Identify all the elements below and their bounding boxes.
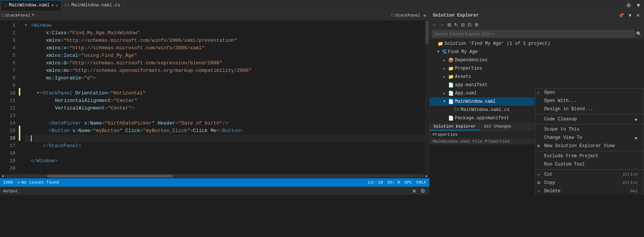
line-num-16: 16: [0, 135, 15, 142]
breadcrumb-dropdown-icon[interactable]: ▼: [32, 13, 34, 17]
mainwindow-cs-icon: C#: [454, 107, 459, 112]
status-bar: 150% ● No issues found Ln: 16 Ch: 9 SPC …: [0, 178, 429, 187]
se-dropdown-button[interactable]: ▼: [627, 12, 633, 19]
tree-item-solution[interactable]: 📁 Solution 'Find My Age' (1 of 1 project…: [430, 40, 644, 48]
cm-open-with-label: Open With...: [544, 98, 577, 103]
status-char: Ch: 9: [388, 180, 400, 185]
se-header: Solution Explorer 📌 ▼ ✕: [430, 11, 644, 21]
cm-divider-3: [535, 151, 644, 151]
breadcrumb-icon: □: [2, 13, 4, 18]
tab-modified-dot: ●: [52, 3, 54, 8]
code-line-15: <Button x:Name="myButton" Click="myButto…: [25, 127, 425, 135]
tree-item-assets[interactable]: ▶ 📁 Assets: [430, 73, 644, 81]
line-numbers: 1 2 3 4 5 6 7 8 9 10 11 12 13 14 15 16 1: [0, 20, 19, 174]
code-line-20: [25, 165, 425, 172]
props-label: Properties: [455, 66, 482, 71]
breadcrumb-add-button[interactable]: +: [422, 12, 428, 18]
output-float-button[interactable]: ⧉: [420, 187, 426, 195]
line-num-10: 10: [0, 90, 15, 97]
se-tab-git-changes[interactable]: Git Changes: [480, 123, 515, 131]
cm-divider-2: [535, 124, 644, 125]
cm-open-label: Open: [544, 90, 555, 95]
scroll-thumb[interactable]: [426, 21, 429, 44]
output-close-button[interactable]: ✕: [411, 187, 418, 195]
se-search: 🔍: [430, 29, 644, 39]
horizontal-scrollbar[interactable]: ◀ ▶: [0, 174, 429, 178]
cm-copy-label: Copy: [544, 180, 555, 185]
scroll-right-arrow[interactable]: ▶: [426, 174, 428, 178]
cm-cut[interactable]: ✂ Cut Ctrl+X: [535, 170, 644, 179]
code-line-17: </StackPanel>: [25, 142, 425, 150]
cm-code-cleanup-arrow: ▶: [635, 117, 638, 122]
tree-item-project[interactable]: ▼ 🏗 Find My Age: [430, 48, 644, 56]
se-forward-button[interactable]: →: [439, 21, 446, 28]
code-line-7: xmlns:mc="http://schemas.openxmlformats.…: [25, 67, 425, 74]
tab-label: MainWindow.xaml: [9, 3, 50, 8]
breadcrumb-stackpanel-left[interactable]: StackPanel: [6, 13, 31, 18]
se-pin-button[interactable]: 📌: [617, 12, 625, 19]
output-label: Output: [3, 189, 18, 193]
cm-design-blend[interactable]: Design in Blend...: [535, 105, 644, 113]
se-show-all-button[interactable]: ⊟: [460, 21, 466, 28]
tab-overflow-button[interactable]: ▼: [634, 2, 642, 9]
se-close-button[interactable]: ✕: [635, 12, 641, 19]
line-num-4: 4: [0, 44, 15, 52]
line-num-13: 13: [0, 112, 15, 120]
cm-new-se-view-label: New Solution Explorer View: [544, 143, 615, 149]
tab-mainwindow-xaml[interactable]: □ MainWindow.xaml ● ✕: [2, 0, 61, 11]
main-window: □ MainWindow.xaml ● ✕ C# MainWindow.xaml…: [0, 0, 644, 195]
code-line-5: xmlns:local="using:Find_My_Age": [25, 52, 425, 59]
vertical-scrollbar[interactable]: [425, 20, 429, 174]
line-num-20: 20: [0, 165, 15, 172]
cm-code-cleanup[interactable]: Code Cleanup ▶: [535, 115, 644, 123]
project-icon: 🏗: [442, 49, 447, 55]
cm-new-se-view[interactable]: ⊞ New Solution Explorer View: [535, 142, 644, 150]
se-preview-button[interactable]: ⊡: [467, 21, 473, 28]
cm-copy[interactable]: ⧉ Copy Ctrl+C: [535, 179, 644, 187]
scroll-left-arrow[interactable]: ◀: [2, 174, 4, 178]
cm-scope-to-this-label: Scope to This: [544, 127, 580, 132]
cm-change-view-to[interactable]: Change View To ▶: [535, 134, 644, 142]
breadcrumb-stackpanel-right[interactable]: StackPanel: [395, 13, 420, 18]
appxaml-label: App.xaml: [455, 91, 477, 96]
code-line-4: xmlns:x="http://schemas.microsoft.com/wi…: [25, 44, 425, 52]
code-line-14: <DatePicker x:Name="birthDatePicker" Hea…: [25, 120, 425, 127]
cm-exclude-project-label: Exclude From Project: [544, 153, 598, 159]
solution-label: Solution 'Find My Age' (1 of 1 project): [444, 41, 550, 46]
tab-settings-button[interactable]: ⚙: [625, 2, 633, 9]
collapse-btn-1[interactable]: ▼: [25, 22, 31, 29]
se-properties-button[interactable]: ⊞: [446, 21, 452, 28]
code-editor[interactable]: 1 2 3 4 5 6 7 8 9 10 11 12 13 14 15 16 1: [0, 20, 429, 174]
cm-open-with[interactable]: Open With...: [535, 97, 644, 105]
code-content[interactable]: ▼ <Window x:Class="Find_My_Age.MainWindo…: [20, 20, 425, 174]
code-line-2: x:Class="Find_My_Age.MainWindow": [25, 29, 425, 37]
cm-open[interactable]: ▷ Open: [535, 88, 644, 97]
output-bar: Output ✕ ⧉: [0, 187, 429, 195]
se-tab-solution-explorer[interactable]: Solution Explorer: [430, 123, 479, 131]
h-scroll-track[interactable]: [5, 175, 424, 178]
se-search-input[interactable]: [432, 30, 635, 37]
collapse-btn-10[interactable]: ▼: [37, 90, 40, 97]
tree-item-dependencies[interactable]: ▶ 📦 Dependencies: [430, 56, 644, 64]
status-zoom[interactable]: 150%: [3, 180, 13, 185]
line-num-18: 18: [0, 150, 15, 157]
cm-run-custom-tool[interactable]: Run Custom Tool: [535, 160, 644, 169]
se-back-button[interactable]: ←: [431, 21, 438, 28]
props-icon: 📁: [448, 66, 454, 71]
cm-cut-shortcut: Ctrl+X: [623, 172, 638, 177]
tab-cs-label: MainWindow.xaml.cs: [71, 3, 120, 8]
line-num-14: 14: [0, 120, 15, 127]
tree-item-properties[interactable]: ▶ 📁 Properties: [430, 64, 644, 73]
deps-label: Dependencies: [455, 58, 487, 63]
cm-exclude-project[interactable]: Exclude From Project: [535, 152, 644, 160]
mainwindow-label: MainWindow.xaml: [455, 99, 496, 104]
se-refresh-button[interactable]: ↻: [453, 21, 459, 28]
h-scroll-thumb[interactable]: [47, 175, 173, 178]
cm-scope-to-this[interactable]: Scope to This: [535, 125, 644, 134]
line-num-2: 2: [0, 29, 15, 37]
se-filter-button[interactable]: ⚙: [473, 21, 480, 28]
tab-close-button[interactable]: ✕: [56, 3, 58, 8]
solution-icon: 📁: [438, 41, 443, 47]
tab-mainwindow-cs[interactable]: C# MainWindow.xaml.cs: [61, 0, 124, 11]
cm-delete[interactable]: ✕ Delete Del: [535, 187, 644, 195]
